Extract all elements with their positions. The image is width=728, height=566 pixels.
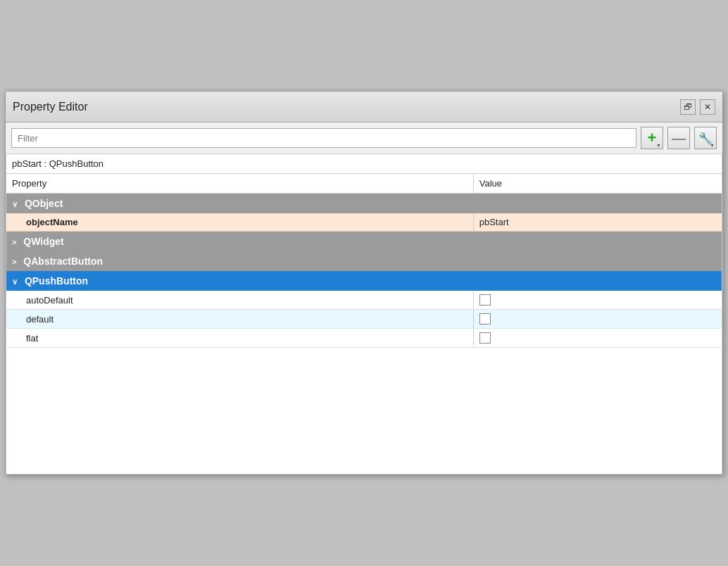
minus-icon: — bbox=[672, 130, 686, 146]
column-header-value: Value bbox=[473, 174, 722, 194]
group-label-qpushbutton: ∨ QPushButton bbox=[6, 271, 722, 291]
checkbox-container bbox=[479, 294, 716, 306]
chevron-right-icon: > bbox=[12, 238, 16, 246]
property-value-default[interactable] bbox=[473, 310, 722, 329]
add-button[interactable]: + ▼ bbox=[641, 127, 663, 149]
group-name-qabstractbutton: QAbstractButton bbox=[23, 256, 103, 267]
property-name-autodefault: autoDefault bbox=[6, 291, 474, 310]
property-table: Property Value ∨ QObject objectName bbox=[6, 174, 722, 348]
title-bar: Property Editor 🗗 ✕ bbox=[6, 92, 722, 122]
chevron-down-icon: ∨ bbox=[12, 200, 18, 209]
window-controls: 🗗 ✕ bbox=[680, 99, 715, 115]
group-label-qobject: ∨ QObject bbox=[6, 194, 722, 214]
toolbar: + ▼ — 🔧 ▼ bbox=[6, 122, 722, 154]
close-icon: ✕ bbox=[704, 102, 711, 112]
property-value-text: pbStart bbox=[479, 217, 509, 227]
checkbox-default[interactable] bbox=[479, 313, 491, 325]
property-editor-window: Property Editor 🗗 ✕ + ▼ — 🔧 ▼ bbox=[5, 91, 723, 475]
group-label-qwidget: > QWidget bbox=[6, 232, 722, 252]
table-row[interactable]: autoDefault bbox=[6, 291, 722, 310]
add-dropdown-arrow-icon: ▼ bbox=[656, 143, 661, 148]
property-label: autoDefault bbox=[12, 295, 73, 306]
chevron-right-icon: > bbox=[12, 258, 16, 266]
property-label: objectName bbox=[12, 217, 78, 227]
group-name-qpushbutton: QPushButton bbox=[25, 275, 88, 287]
empty-content-area bbox=[6, 348, 722, 474]
group-label-qabstractbutton: > QAbstractButton bbox=[6, 251, 722, 271]
property-value-objectname[interactable]: pbStart bbox=[473, 213, 722, 232]
restore-icon: 🗗 bbox=[684, 102, 692, 112]
table-row[interactable]: flat bbox=[6, 329, 722, 348]
property-name-default: default bbox=[6, 310, 474, 329]
property-value-autodefault[interactable] bbox=[473, 291, 722, 310]
chevron-down-icon: ∨ bbox=[12, 277, 18, 287]
property-value-flat[interactable] bbox=[473, 329, 722, 348]
checkbox-container bbox=[479, 332, 716, 344]
column-header-property: Property bbox=[6, 174, 474, 194]
property-name-flat: flat bbox=[6, 329, 474, 348]
restore-button[interactable]: 🗗 bbox=[680, 99, 696, 115]
table-row[interactable]: ∨ QPushButton bbox=[6, 271, 722, 291]
table-row[interactable]: > QAbstractButton bbox=[6, 251, 722, 271]
property-name-objectname: objectName bbox=[6, 213, 474, 232]
wrench-dropdown-arrow-icon: ▼ bbox=[710, 143, 715, 148]
filter-input[interactable] bbox=[11, 128, 636, 148]
minus-button[interactable]: — bbox=[667, 127, 690, 149]
table-row[interactable]: default bbox=[6, 310, 722, 329]
table-row[interactable]: > QWidget bbox=[6, 232, 722, 252]
table-row[interactable]: ∨ QObject bbox=[6, 194, 722, 214]
wrench-button[interactable]: 🔧 ▼ bbox=[694, 127, 717, 149]
table-row[interactable]: objectName pbStart bbox=[6, 213, 722, 232]
object-header: pbStart : QPushButton bbox=[6, 154, 722, 174]
group-name-qwidget: QWidget bbox=[23, 236, 63, 247]
checkbox-container bbox=[479, 313, 716, 325]
property-label: default bbox=[12, 314, 54, 325]
object-label: pbStart : QPushButton bbox=[12, 158, 103, 169]
table-header-row: Property Value bbox=[6, 174, 722, 194]
group-name-qobject: QObject bbox=[25, 198, 63, 209]
add-icon: + bbox=[648, 129, 657, 147]
window-title: Property Editor bbox=[13, 101, 88, 113]
property-label: flat bbox=[12, 333, 38, 344]
checkbox-autodefault[interactable] bbox=[479, 294, 491, 306]
close-button[interactable]: ✕ bbox=[700, 99, 715, 115]
checkbox-flat[interactable] bbox=[479, 332, 491, 344]
